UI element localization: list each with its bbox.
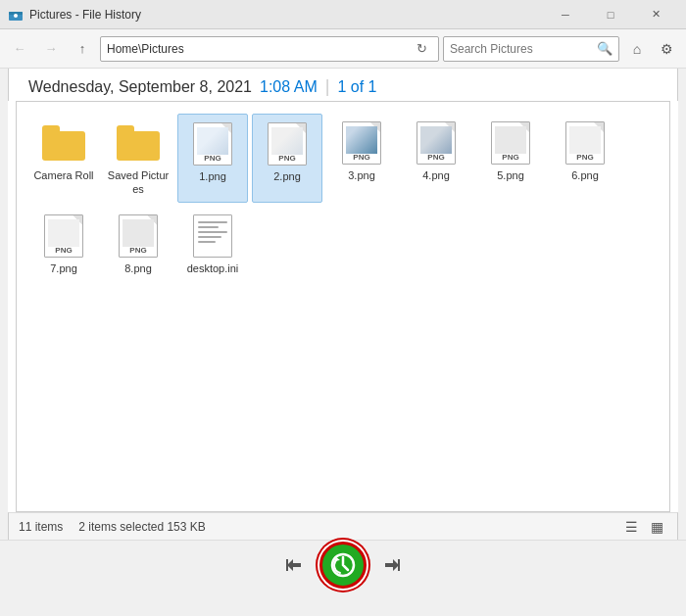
- png-icon: PNG: [44, 214, 83, 258]
- maximize-button[interactable]: □: [588, 0, 633, 29]
- folder-icon: [117, 125, 160, 161]
- file-name-label: 1.png: [199, 169, 226, 183]
- back-button[interactable]: ←: [6, 35, 33, 63]
- next-icon: [382, 555, 402, 575]
- list-item[interactable]: PNG 1.png: [177, 114, 248, 203]
- file-name-label: Saved Pictures: [107, 168, 170, 197]
- file-icon-area: PNG: [338, 119, 385, 166]
- address-input[interactable]: [107, 42, 411, 56]
- settings-button[interactable]: ⚙: [653, 35, 680, 63]
- svg-point-2: [14, 14, 18, 18]
- navigation-bar: ← → ↑ ↻ 🔍 ⌂ ⚙: [0, 29, 686, 69]
- divider: |: [325, 76, 330, 97]
- file-icon-area: [189, 213, 236, 260]
- search-button[interactable]: 🔍: [597, 39, 612, 59]
- ini-icon: [193, 214, 232, 258]
- file-name-label: 5.png: [497, 168, 524, 182]
- time-label: 1:08 AM: [260, 78, 318, 96]
- nav-right-icons: ⌂ ⚙: [623, 35, 680, 63]
- file-icon-area: PNG: [40, 213, 87, 260]
- svg-rect-8: [398, 559, 400, 571]
- home-button[interactable]: ⌂: [623, 35, 651, 63]
- forward-button[interactable]: →: [37, 35, 65, 63]
- file-icon-area: PNG: [562, 119, 609, 166]
- next-version-button[interactable]: [376, 549, 408, 581]
- prev-version-button[interactable]: [278, 549, 310, 581]
- selected-info: 2 items selected 153 KB: [78, 520, 205, 534]
- list-item[interactable]: Saved Pictures: [103, 114, 173, 203]
- view-controls: ☰ ▦: [620, 516, 667, 538]
- png-icon: PNG: [268, 122, 307, 166]
- file-name-label: 7.png: [50, 261, 77, 275]
- file-name-label: 2.png: [273, 169, 301, 183]
- file-icon-area: [40, 119, 87, 166]
- file-icon-area: PNG: [115, 213, 162, 260]
- file-icon-area: PNG: [413, 119, 460, 166]
- window-title: Pictures - File History: [29, 8, 141, 22]
- png-icon: PNG: [342, 121, 381, 165]
- list-item[interactable]: desktop.ini: [177, 207, 248, 281]
- file-icon-area: [115, 119, 162, 166]
- file-name-label: 6.png: [571, 168, 599, 182]
- list-item[interactable]: PNG 7.png: [28, 207, 99, 281]
- file-icon-area: PNG: [487, 119, 534, 166]
- address-bar: ↻: [100, 36, 439, 62]
- list-item[interactable]: PNG 2.png: [252, 114, 322, 203]
- status-info: 11 items 2 items selected 153 KB: [19, 520, 206, 534]
- refresh-button[interactable]: ↻: [411, 38, 432, 60]
- search-bar: 🔍: [443, 36, 619, 62]
- list-item[interactable]: PNG 3.png: [326, 114, 397, 203]
- file-name-label: Camera Roll: [33, 168, 93, 182]
- png-icon: PNG: [416, 121, 456, 165]
- window-controls: ─ □ ✕: [543, 0, 678, 29]
- list-view-button[interactable]: ☰: [620, 516, 642, 538]
- file-list: Camera Roll Saved Pictures PNG 1.png PNG…: [16, 101, 670, 512]
- status-bar: 11 items 2 items selected 153 KB ☰ ▦: [8, 512, 678, 540]
- date-label: Wednesday, September 8, 2021: [28, 78, 252, 96]
- png-icon: PNG: [491, 121, 530, 165]
- file-name-label: 8.png: [124, 261, 152, 275]
- title-bar: Pictures - File History ─ □ ✕: [0, 0, 686, 29]
- svg-rect-4: [286, 559, 288, 571]
- file-name-label: desktop.ini: [187, 261, 239, 275]
- list-item[interactable]: PNG 5.png: [475, 114, 546, 203]
- list-item[interactable]: PNG 8.png: [103, 207, 173, 281]
- list-item[interactable]: PNG 6.png: [550, 114, 620, 203]
- up-button[interactable]: ↑: [69, 35, 96, 63]
- svg-marker-7: [385, 559, 399, 571]
- file-icon-area: PNG: [264, 120, 311, 167]
- folder-icon: [42, 125, 85, 161]
- page-info: 1 of 1: [337, 78, 376, 96]
- content-area: Camera Roll Saved Pictures PNG 1.png PNG…: [8, 101, 678, 512]
- grid-view-button[interactable]: ▦: [646, 516, 667, 538]
- restore-button[interactable]: [319, 542, 367, 589]
- restore-bar: [0, 540, 686, 589]
- search-input[interactable]: [450, 42, 597, 56]
- file-name-label: 4.png: [422, 168, 450, 182]
- restore-icon: [327, 549, 359, 581]
- file-name-label: 3.png: [348, 168, 375, 182]
- minimize-button[interactable]: ─: [543, 0, 588, 29]
- png-icon: PNG: [193, 122, 232, 166]
- close-button[interactable]: ✕: [633, 0, 678, 29]
- png-icon: PNG: [119, 214, 158, 258]
- svg-marker-3: [287, 559, 301, 571]
- list-item[interactable]: PNG 4.png: [401, 114, 471, 203]
- prev-icon: [284, 555, 304, 575]
- file-icon-area: PNG: [189, 120, 236, 167]
- png-icon: PNG: [565, 121, 605, 165]
- item-count: 11 items: [19, 520, 63, 534]
- list-item[interactable]: Camera Roll: [28, 114, 99, 203]
- app-icon: [8, 7, 24, 23]
